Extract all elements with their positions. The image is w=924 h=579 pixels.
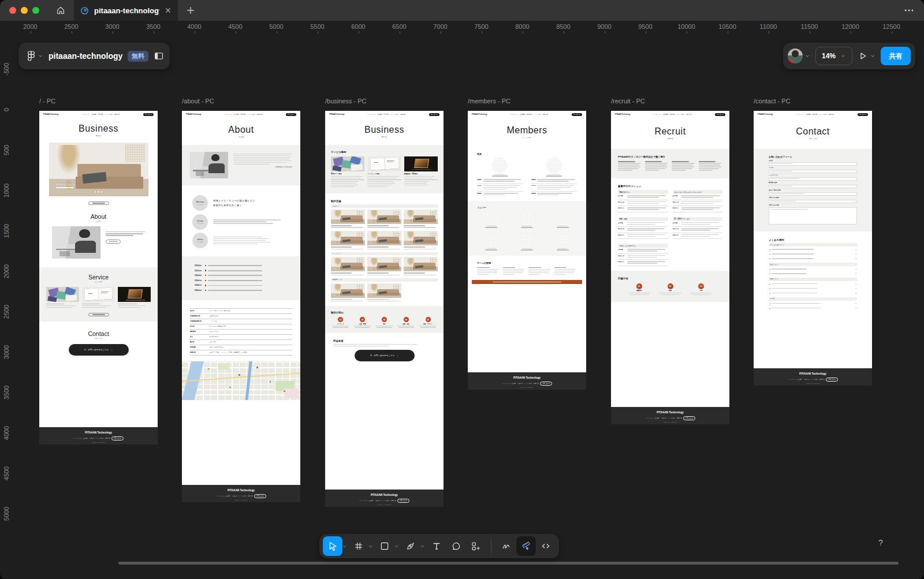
window-close-button[interactable]: [9, 7, 16, 14]
flow-heading: 制作の流れ: [331, 311, 438, 314]
canvas-frame-business[interactable]: PITAAAN Technology トップページ会社概要事業内容メンバー紹介採…: [325, 111, 444, 507]
chevron-down-icon[interactable]: [420, 544, 425, 549]
chevron-down-icon[interactable]: [394, 544, 399, 549]
plus-icon: +: [855, 268, 856, 270]
frame-tool-button[interactable]: [349, 536, 368, 556]
hero-title: Business: [39, 124, 158, 134]
horizontal-scrollbar[interactable]: [118, 562, 899, 565]
nav-item: メンバー紹介: [105, 114, 113, 115]
ruler-number: 12000: [830, 21, 871, 33]
canvas-frame-contact[interactable]: PITAAAN Technology トップページ会社概要事業内容メンバー紹介採…: [754, 111, 872, 386]
main-menu-button[interactable]: [27, 50, 43, 62]
footer-nav-item: メンバー紹介: [810, 379, 818, 380]
plus-icon: +: [855, 253, 856, 255]
positions-heading: 募集中のポジション: [618, 185, 722, 188]
footer-nav-item: メンバー紹介: [524, 383, 532, 384]
footer-nav-item: 事業内容: [90, 438, 95, 439]
tab-close-icon[interactable]: [164, 6, 172, 14]
page-title: Business: [325, 125, 444, 135]
plus-icon: +: [855, 307, 856, 309]
home-tab-button[interactable]: [53, 3, 69, 18]
nav-item: 事業内容: [383, 114, 389, 115]
plus-icon: +: [855, 283, 856, 285]
figma-file-icon: [80, 6, 90, 16]
window-more-menu[interactable]: [903, 5, 915, 16]
ruler-number: 11500: [789, 21, 830, 33]
canvas-frame-recruit[interactable]: PITAAAN Technology トップページ会社概要事業内容メンバー紹介採…: [611, 111, 729, 424]
inquiry-type-select: ∨: [769, 200, 857, 203]
about-image: [52, 226, 100, 259]
company-info-row: 電話番号0155-00-0000: [190, 330, 292, 335]
shape-tool-button[interactable]: [375, 536, 394, 556]
faq-question: Q.+: [769, 282, 857, 286]
frame-label-recruit[interactable]: /recruit - PC: [611, 98, 645, 104]
canvas-frame-home[interactable]: PITAAAN Technology トップページ会社概要事業内容メンバー紹介採…: [39, 111, 158, 444]
ruler-number: 4000: [0, 427, 13, 439]
file-tab[interactable]: pitaaan-technology: [74, 0, 178, 21]
toggle-sidebar-button[interactable]: [154, 51, 164, 61]
design-mode-button[interactable]: [516, 536, 536, 556]
ruler-number: 6500: [379, 21, 420, 33]
site-header: PITAAAN Technology トップページ会社概要事業内容メンバー紹介採…: [39, 111, 158, 118]
site-nav: トップページ会社概要事業内容メンバー紹介採用情報: [81, 114, 120, 115]
arrow-right-icon: →: [397, 354, 399, 357]
faq-question: Q.+: [769, 271, 857, 276]
more-horizontal-icon: [903, 5, 915, 16]
nav-item: 採用情報: [686, 114, 691, 115]
chevron-down-icon[interactable]: [368, 544, 373, 549]
canvas-frame-members[interactable]: PITAAAN Technology トップページ会社概要事業内容メンバー紹介採…: [468, 111, 586, 390]
nav-item: 採用情報: [257, 114, 262, 115]
appeal-column: [699, 160, 723, 172]
faq-question: Q.+: [769, 252, 857, 256]
text-tool-button[interactable]: [427, 536, 446, 556]
draw-mode-button[interactable]: [497, 536, 516, 556]
ruler-number: 4500: [0, 467, 13, 480]
comment-tool-button[interactable]: [446, 536, 466, 556]
ruler-number: 3500: [133, 21, 174, 33]
zoom-level-select[interactable]: 14%: [815, 47, 852, 65]
position-card: 3D・CAD オペレーター 仕事内容求める人材必須スキル: [673, 217, 723, 239]
comment-icon: [451, 541, 461, 551]
frame-label-home[interactable]: / - PC: [39, 98, 55, 104]
window-zoom-button[interactable]: [32, 7, 39, 14]
hero-overlay-title: ホテル ヒバイン: [56, 183, 75, 186]
footer-nav-item: 採用情報: [391, 500, 396, 502]
new-tab-button[interactable]: [185, 5, 196, 16]
file-name[interactable]: pitaaan-technology: [49, 51, 122, 61]
arrow-right-icon: →: [111, 349, 113, 351]
chevron-down-icon[interactable]: [342, 544, 347, 549]
window-minimize-button[interactable]: [21, 7, 28, 14]
position-card: 営業・企画 仕事内容求める人材必須スキル: [618, 217, 668, 239]
figma-app-window: pitaaan-technology 200025003000350040004…: [0, 0, 924, 579]
ruler-number: 7000: [420, 21, 461, 33]
help-button[interactable]: ?: [878, 538, 883, 547]
service-more-button: [88, 313, 109, 317]
share-button[interactable]: 共有: [881, 47, 911, 65]
faq-question: Q.+: [769, 267, 857, 271]
nav-item: メンバー紹介: [390, 114, 398, 115]
site-header: PITAAAN Technology トップページ会社概要事業内容メンバー紹介採…: [325, 111, 444, 118]
pen-tool-button[interactable]: [401, 536, 420, 556]
ruler-number: 2000: [10, 21, 51, 33]
frame-label-members[interactable]: /members - PC: [468, 98, 511, 104]
footer-nav-item: 採用情報: [248, 495, 253, 497]
code-icon: [541, 541, 551, 551]
canvas-frame-about[interactable]: PITAAAN Technology トップページ会社概要事業内容メンバー紹介採…: [182, 111, 300, 502]
pricing-heading: 料金体系: [333, 339, 435, 342]
team-feature: [503, 266, 526, 276]
account-menu-button[interactable]: [788, 48, 810, 63]
frame-label-contact[interactable]: /contact - PC: [754, 98, 791, 104]
figma-logo-icon: [27, 50, 36, 62]
move-tool-button[interactable]: [323, 536, 342, 556]
ruler-vertical: -500050010001500200025003000350040004500…: [0, 49, 13, 534]
value-row: Value私たちの価値観: [192, 233, 290, 248]
works-grid-cad: [331, 283, 438, 302]
present-button[interactable]: [858, 51, 875, 61]
frame-label-business[interactable]: /business - PC: [325, 98, 367, 104]
actions-tool-button[interactable]: [466, 536, 486, 556]
frame-label-about[interactable]: /about - PC: [182, 98, 214, 104]
ruler-number: 5500: [297, 21, 338, 33]
dev-mode-button[interactable]: [536, 536, 556, 556]
company-info-row: 会社名PITAAANテクノロジー株式会社: [190, 308, 292, 314]
footer-nav-item: 事業内容: [232, 495, 237, 497]
